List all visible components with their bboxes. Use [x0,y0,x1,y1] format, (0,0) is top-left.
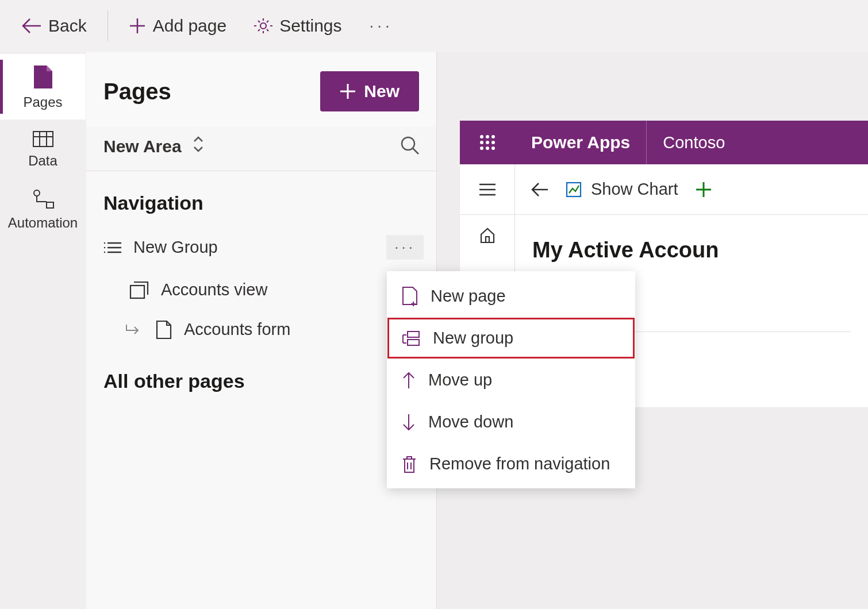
other-pages-heading: All other pages [86,349,436,403]
ctx-move-down-label: Move down [428,413,513,431]
new-button[interactable]: New [320,71,419,111]
svg-rect-1 [33,132,53,147]
app-environment[interactable]: Contoso [647,133,741,152]
more-commands-button[interactable]: ··· [359,11,404,41]
waffle-icon [479,134,496,151]
nav-group[interactable]: New Group ··· [86,225,436,270]
svg-point-13 [486,147,489,150]
svg-rect-3 [47,202,53,208]
nav-item-label: Accounts view [161,280,267,299]
ctx-new-group[interactable]: New group [387,317,635,359]
gear-icon [254,17,272,35]
sitemap-toggle-button[interactable] [460,164,515,214]
svg-rect-16 [408,332,419,337]
new-page-icon [402,286,418,306]
area-selector[interactable]: New Area [86,126,436,171]
pages-panel: Pages New New Area Navigation New Group … [86,52,437,609]
arrow-up-icon [402,371,416,390]
back-button[interactable] [531,182,548,197]
toolbar-divider [107,11,108,41]
new-record-button[interactable] [696,182,712,198]
search-icon [401,136,419,155]
rail-automation-label: Automation [8,215,78,231]
plus-icon [340,83,356,99]
back-label: Back [48,16,87,36]
svg-point-14 [491,147,495,150]
svg-rect-17 [408,340,419,345]
nav-item-accounts-form[interactable]: Accounts form [86,310,436,349]
arrow-left-icon [22,18,41,34]
svg-point-12 [480,147,483,150]
rail-item-pages[interactable]: Pages [0,54,86,120]
show-chart-button[interactable]: Show Chart [566,180,678,199]
svg-point-11 [491,141,495,144]
svg-point-9 [480,141,483,144]
navigation-heading: Navigation [86,171,436,225]
nav-item-accounts-view[interactable]: Accounts view [86,270,436,310]
settings-label: Settings [279,16,341,36]
subitem-arrow-icon [125,320,140,339]
chart-icon [566,182,582,198]
nav-group-more-button[interactable]: ··· [386,235,424,260]
ctx-new-page[interactable]: New page [387,275,635,317]
page-icon [34,65,52,88]
new-group-icon [402,330,420,346]
plus-icon [129,17,146,34]
rail-pages-label: Pages [23,94,62,110]
rail-item-data[interactable]: Data [0,120,86,178]
flow-icon [32,190,54,209]
back-button[interactable]: Back [11,10,97,41]
view-title[interactable]: My Active Accoun [532,238,851,263]
hamburger-icon [479,183,496,196]
add-page-button[interactable]: Add page [118,10,237,41]
svg-point-4 [402,137,414,150]
ctx-move-down[interactable]: Move down [387,401,635,443]
nav-item-label: Accounts form [184,320,290,339]
panel-title: Pages [103,79,171,105]
command-bar: Back Add page Settings ··· [0,0,868,52]
area-name: New Area [103,137,182,156]
search-button[interactable] [401,136,419,157]
ctx-new-group-label: New group [433,329,513,348]
rail-item-automation[interactable]: Automation [0,178,86,240]
svg-point-2 [34,190,40,196]
views-icon [130,282,148,299]
app-command-bar: Show Chart [460,164,868,215]
svg-point-10 [486,141,489,144]
rail-data-label: Data [28,153,57,169]
app-launcher-button[interactable] [460,121,515,164]
svg-point-6 [480,135,483,138]
context-menu: New page New group Move up Move down Rem… [387,271,635,488]
ctx-remove[interactable]: Remove from navigation [387,443,635,485]
table-icon [33,131,53,147]
plus-icon [696,182,712,198]
trash-icon [402,455,417,473]
add-page-label: Add page [153,16,226,36]
settings-button[interactable]: Settings [244,10,352,41]
new-button-label: New [364,82,400,101]
sort-icon [192,136,205,157]
left-rail: Pages Data Automation [0,52,86,609]
app-brand: Power Apps [515,121,647,164]
svg-point-0 [260,23,266,29]
arrow-down-icon [402,413,416,431]
svg-point-7 [486,135,489,138]
arrow-left-icon [531,182,548,197]
svg-rect-5 [130,286,144,298]
ctx-remove-label: Remove from navigation [429,454,610,473]
home-icon [479,226,496,244]
show-chart-label: Show Chart [591,180,678,199]
nav-group-label: New Group [133,238,218,257]
ctx-move-up[interactable]: Move up [387,359,635,401]
svg-point-8 [491,135,495,138]
list-icon [103,241,121,255]
ctx-new-page-label: New page [431,287,506,306]
ctx-move-up-label: Move up [428,371,492,390]
app-header: Power Apps Contoso [460,121,868,164]
form-icon [156,321,171,339]
